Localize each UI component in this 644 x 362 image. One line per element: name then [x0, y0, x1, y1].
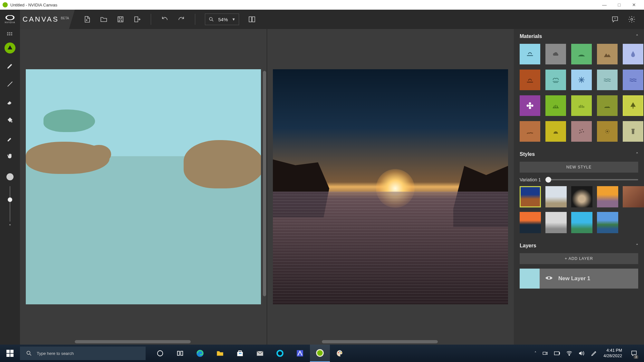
tray-battery-icon[interactable] — [554, 351, 560, 356]
chevron-up-icon: ˄ — [636, 152, 638, 157]
task-alexa-icon[interactable] — [270, 345, 290, 362]
tray-pen-icon[interactable] — [591, 350, 598, 357]
split-view-button[interactable] — [248, 15, 256, 23]
window-close-button[interactable]: ✕ — [627, 0, 641, 10]
svg-point-6 — [529, 102, 531, 105]
svg-rect-24 — [239, 353, 240, 354]
variation-thumb[interactable] — [545, 177, 551, 183]
task-store-icon[interactable] — [230, 345, 250, 362]
material-cloud[interactable] — [545, 44, 566, 64]
style-thumb-4[interactable] — [597, 186, 618, 207]
settings-button[interactable] — [628, 15, 636, 23]
start-button[interactable] — [0, 345, 20, 362]
variation-slider[interactable] — [545, 179, 638, 180]
open-file-button[interactable] — [100, 15, 108, 23]
right-panel: Materials ˄ — [514, 29, 644, 345]
material-picker-tool[interactable] — [5, 43, 15, 53]
style-thumb-6[interactable] — [520, 212, 541, 233]
window-minimize-button[interactable]: — — [597, 0, 612, 10]
material-straw[interactable] — [545, 121, 566, 142]
material-bush[interactable] — [571, 95, 592, 116]
svg-point-32 — [338, 352, 339, 353]
material-mud[interactable] — [597, 121, 618, 142]
feedback-button[interactable] — [611, 15, 619, 23]
layer-visibility-toggle[interactable] — [545, 274, 553, 283]
tray-wifi-icon[interactable] — [566, 351, 572, 356]
style-thumb-7[interactable] — [545, 212, 567, 233]
new-style-button[interactable]: NEW STYLE — [520, 162, 638, 173]
undo-button[interactable] — [161, 15, 168, 23]
layers-header[interactable]: Layers ˄ — [514, 238, 644, 253]
taskbar-search[interactable]: Type here to search — [20, 347, 146, 360]
segmentation-canvas-pane[interactable] — [20, 29, 267, 345]
material-mountain[interactable] — [597, 44, 618, 64]
material-gravel[interactable] — [571, 121, 592, 142]
material-river[interactable] — [623, 70, 643, 90]
materials-header[interactable]: Materials ˄ — [514, 29, 644, 44]
line-tool[interactable] — [5, 79, 15, 90]
beta-label: BETA — [61, 16, 69, 20]
add-layer-button[interactable]: + ADD LAYER — [520, 253, 638, 264]
task-app-icon[interactable] — [290, 345, 310, 362]
task-edge-icon[interactable] — [190, 345, 210, 362]
material-sky[interactable] — [520, 44, 540, 64]
chevron-up-icon: ˄ — [636, 34, 638, 39]
svg-rect-37 — [559, 353, 560, 354]
layer-thumbnail — [520, 269, 540, 289]
grip-icon[interactable] — [7, 32, 13, 35]
eyedropper-tool[interactable] — [5, 133, 15, 144]
layer-row[interactable]: New Layer 1 — [520, 269, 638, 289]
material-hill[interactable] — [571, 44, 592, 64]
task-paint-icon[interactable] — [330, 345, 350, 362]
style-thumb-2[interactable] — [545, 186, 567, 207]
brush-size-large-icon — [6, 173, 14, 180]
style-thumb-8[interactable] — [571, 212, 592, 233]
style-thumb-1[interactable] — [520, 186, 541, 207]
variation-label: Variation 1 — [520, 177, 541, 182]
eraser-tool[interactable] — [5, 97, 15, 108]
taskbar-clock[interactable]: 4:41 PM 4/28/2022 — [603, 348, 622, 359]
svg-point-9 — [531, 105, 533, 107]
material-water-drop[interactable] — [623, 44, 643, 64]
task-taskview-icon[interactable] — [170, 345, 190, 362]
material-sea[interactable] — [597, 70, 618, 90]
canvas-label: CANVAS — [23, 15, 59, 24]
new-file-button[interactable] — [83, 15, 91, 23]
save-button[interactable] — [117, 15, 124, 23]
material-dirt[interactable] — [520, 70, 540, 90]
redo-button[interactable] — [178, 15, 185, 23]
notifications-button[interactable]: 3 — [628, 345, 640, 362]
task-nvidia-canvas-icon[interactable] — [310, 345, 330, 362]
tray-meet-now-icon[interactable] — [542, 350, 548, 356]
zoom-dropdown[interactable]: 54% ▼ — [205, 14, 239, 25]
window-maximize-button[interactable]: □ — [612, 0, 627, 10]
style-thumb-5[interactable] — [623, 186, 644, 207]
svg-point-18 — [548, 277, 550, 279]
material-stone[interactable] — [623, 121, 643, 142]
fill-tool[interactable] — [5, 115, 15, 126]
brush-size-thumb[interactable] — [8, 197, 12, 202]
material-snow[interactable] — [571, 70, 592, 90]
task-cortana-icon[interactable] — [150, 345, 170, 362]
material-tree[interactable] — [623, 95, 643, 116]
brush-tool[interactable] — [5, 61, 15, 71]
style-thumb-3[interactable] — [571, 186, 592, 207]
material-grass[interactable] — [545, 95, 566, 116]
task-explorer-icon[interactable] — [210, 345, 230, 362]
nvidia-label: NVIDIA — [5, 21, 15, 24]
tray-volume-icon[interactable] — [578, 350, 585, 356]
styles-header[interactable]: Styles ˄ — [514, 147, 644, 162]
task-mail-icon[interactable] — [250, 345, 270, 362]
material-fog[interactable] — [545, 70, 566, 90]
pan-tool[interactable] — [5, 151, 15, 162]
system-tray: ˄ 4:41 PM 4/28/2022 3 — [531, 345, 644, 362]
style-thumb-9[interactable] — [597, 212, 618, 233]
material-rock[interactable] — [597, 95, 618, 116]
tray-chevron-up-icon[interactable]: ˄ — [534, 351, 536, 356]
export-button[interactable] — [133, 15, 141, 23]
brush-size-slider[interactable] — [6, 173, 14, 225]
clock-date: 4/28/2022 — [603, 353, 622, 359]
material-sand[interactable] — [520, 121, 540, 142]
material-flower[interactable] — [520, 95, 540, 116]
app-icon — [3, 2, 8, 7]
